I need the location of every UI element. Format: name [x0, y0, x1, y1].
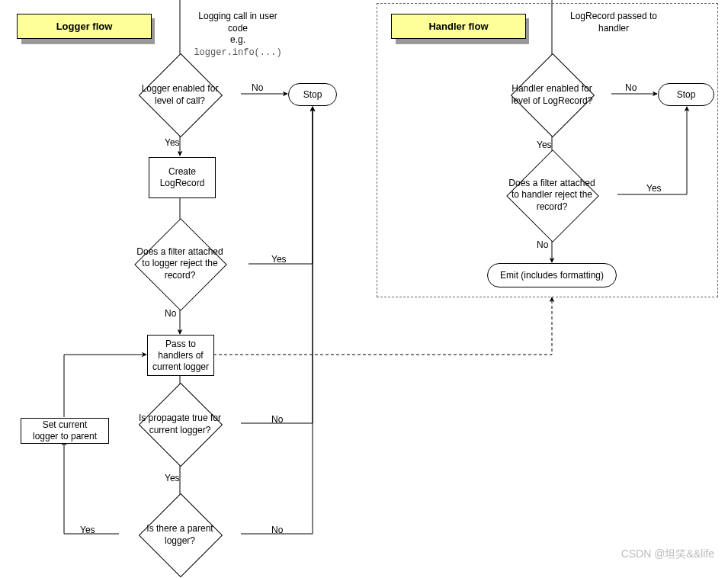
stop-handler-text: Stop	[677, 89, 696, 101]
d1-no: No	[252, 82, 263, 93]
d1-yes: Yes	[165, 137, 180, 148]
pass-to-handlers: Pass tohandlers ofcurrent logger	[147, 335, 214, 376]
d2-no: No	[165, 308, 176, 319]
emit-text: Emit (includes formatting)	[500, 270, 604, 281]
d2-text: Does a filter attachedto logger reject t…	[125, 246, 235, 282]
handler-flow-title-text: Handler flow	[428, 21, 488, 32]
flowchart-canvas: Logger flow Logging call in user code e.…	[0, 0, 728, 578]
logger-start-l2: e.g.	[230, 34, 245, 45]
h1-text: Handler enabled forlevel of LogRecord?	[499, 82, 605, 108]
d1-text: Logger enabled forlevel of call?	[130, 82, 230, 108]
logger-flow-title: Logger flow	[17, 14, 152, 39]
watermark: CSDN @坦笑&&life	[621, 547, 714, 561]
handler-panel	[377, 3, 718, 297]
d2-yes: Yes	[271, 254, 287, 265]
handler-start-l2: handler	[598, 23, 629, 34]
h1-no: No	[625, 82, 637, 93]
d4-text: Is there a parentlogger?	[130, 522, 230, 548]
handler-flow-title: Handler flow	[391, 14, 526, 39]
set-current-parent: Set currentlogger to parent	[21, 418, 109, 444]
h2-text: Does a filter attachedto handler reject …	[497, 177, 607, 214]
handler-start-l1: LogRecord passed to	[570, 11, 657, 21]
stop-handler: Stop	[658, 83, 714, 106]
logger-flow-title-text: Logger flow	[56, 21, 113, 32]
d3-yes: Yes	[165, 473, 180, 483]
h1-yes: Yes	[537, 140, 552, 150]
stop-logger-text: Stop	[303, 89, 322, 101]
handler-start-note: LogRecord passed to handler	[560, 11, 667, 34]
h2-yes: Yes	[646, 183, 662, 194]
emit-term: Emit (includes formatting)	[487, 263, 617, 287]
logger-start-l3: logger.info(...)	[194, 47, 281, 58]
logger-start-note: Logging call in user code e.g. logger.in…	[188, 11, 287, 59]
stop-logger: Stop	[288, 83, 337, 106]
create-logrecord: CreateLogRecord	[149, 157, 216, 198]
d3-no: No	[271, 414, 283, 425]
h2-no: No	[537, 239, 548, 250]
logger-start-l1: Logging call in user code	[198, 11, 277, 34]
d3-text: Is propagate true forcurrent logger?	[127, 412, 233, 438]
d4-no: No	[271, 525, 283, 535]
d4-yes: Yes	[80, 525, 95, 535]
